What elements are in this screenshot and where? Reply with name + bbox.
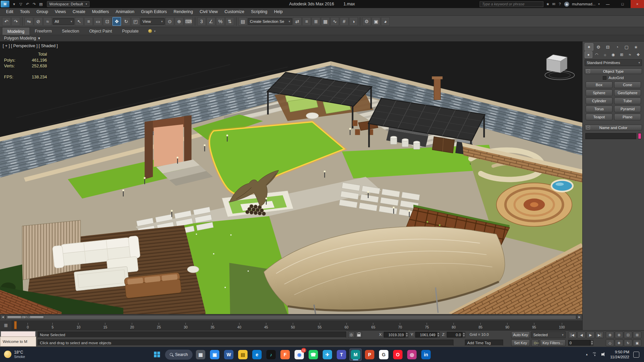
field-of-view-icon[interactable]: ◇ (606, 340, 614, 346)
taskbar-app-firefox[interactable]: F (279, 349, 291, 361)
track-bar[interactable]: ▦ 05101520253035404550556065707580859095… (0, 320, 582, 330)
select-and-rotate-icon[interactable]: ↻ (122, 17, 130, 26)
object-type-button[interactable]: Cone (614, 81, 641, 88)
menu-item[interactable]: Edit (3, 8, 17, 15)
timeline-tick[interactable]: 60 (344, 323, 348, 329)
motion-tab-icon[interactable]: ◔ (613, 43, 622, 51)
isolate-selection-icon[interactable]: ◎ (348, 331, 355, 338)
time-slider-handle[interactable]: 0 / 100 (7, 316, 44, 319)
x-coordinate-field[interactable] (384, 332, 405, 338)
ribbon-tab[interactable]: Modeling (2, 27, 30, 35)
chevron-down-icon[interactable]: ▾ (598, 2, 600, 6)
object-name-input[interactable] (585, 133, 636, 139)
curve-editor-icon[interactable]: ∿ (330, 17, 339, 26)
orbit-icon[interactable]: ↻ (624, 340, 632, 346)
taskbar-app-powerpoint[interactable]: P (364, 349, 376, 361)
menu-item[interactable]: Group (33, 8, 52, 15)
maximize-button[interactable]: □ (616, 0, 629, 8)
timeline-tick[interactable]: 35 (211, 323, 215, 329)
snap-toggle-3d-icon[interactable]: 3 (197, 17, 206, 26)
timeline-tick[interactable]: 25 (157, 323, 161, 329)
zoom-extents-icon[interactable]: ⊡ (624, 331, 632, 338)
timeline-tick[interactable]: 5 (52, 323, 54, 329)
taskbar-app-file-explorer[interactable]: ▤ (237, 349, 249, 361)
taskbar-app-chrome[interactable]: ◉ 11 (293, 349, 305, 361)
set-key-button[interactable]: Set Key (511, 340, 530, 346)
modify-tab-icon[interactable]: ⚙ (594, 43, 603, 51)
menu-item[interactable]: Graph Editors (138, 8, 170, 15)
menu-item[interactable]: Create (69, 8, 89, 15)
volume-icon[interactable] (601, 352, 606, 357)
object-type-button[interactable]: Sphere (586, 89, 612, 96)
current-frame-marker[interactable] (14, 321, 17, 329)
menu-item[interactable]: Scripting (248, 8, 271, 15)
taskbar-app-task-view[interactable]: ▦ (195, 349, 207, 361)
key-selection-dropdown[interactable]: Selected ▾ (531, 331, 566, 338)
align-icon[interactable]: ≡ (302, 17, 311, 26)
taskbar-search[interactable]: Search (165, 350, 193, 360)
polygon-modeling-panel[interactable]: Polygon Modeling (4, 36, 36, 41)
x-spinner[interactable] (405, 332, 408, 338)
rectangular-selection-region-icon[interactable]: ▭ (94, 17, 102, 26)
zoom-icon[interactable]: ⊕ (606, 331, 614, 338)
primitive-category-dropdown[interactable]: Standard Primitives ▾ (585, 59, 642, 66)
render-production-icon[interactable]: ◕ (381, 17, 390, 26)
geometry-category-icon[interactable]: ● (585, 51, 592, 58)
user-avatar-icon[interactable]: ☻ (564, 2, 569, 7)
next-frame-arrow[interactable]: ▶ (577, 315, 582, 319)
mirror-icon[interactable]: ⇄ (293, 17, 302, 26)
auto-key-button[interactable]: Auto Key (511, 331, 530, 338)
select-object-icon[interactable]: ↖ (75, 17, 84, 26)
schematic-view-icon[interactable]: # (340, 17, 348, 26)
go-to-end-button[interactable]: ▶| (595, 331, 604, 338)
save-file-icon[interactable]: ▽ (17, 1, 24, 7)
select-and-move-button[interactable]: ✥ (112, 17, 121, 26)
bind-to-space-warp-icon[interactable]: ≈ (43, 17, 52, 26)
object-color-swatch[interactable] (638, 133, 641, 139)
perspective-viewport[interactable]: [ + ] [ Perspective ] [ Shaded ] Total P… (0, 42, 582, 314)
menu-item[interactable]: Help (271, 8, 286, 15)
lights-category-icon[interactable]: ☼ (601, 51, 609, 58)
timeline-tick[interactable]: 100 (559, 323, 565, 329)
window-crossing-icon[interactable]: ⊡ (103, 17, 112, 26)
menu-item[interactable]: Animation (112, 8, 138, 15)
taskbar-app-3ds-max[interactable]: M (350, 349, 362, 361)
percent-snap-icon[interactable]: % (216, 17, 225, 26)
previous-frame-button[interactable]: ◀ (577, 331, 586, 338)
timeline-tick[interactable]: 10 (76, 323, 80, 329)
angle-snap-icon[interactable]: ∠ (207, 17, 215, 26)
keyword-search-input[interactable] (480, 1, 543, 7)
object-type-button[interactable]: Cylinder (586, 98, 612, 104)
signed-in-username[interactable]: muhammad... (572, 2, 595, 6)
taskbar-app-word[interactable]: W (223, 349, 235, 361)
selection-lock-icon[interactable] (356, 331, 362, 338)
timeline-tick[interactable]: 75 (425, 323, 429, 329)
timeline-tick[interactable]: 0 (27, 323, 29, 329)
timeline-tick[interactable]: 65 (371, 323, 375, 329)
timeline-tick[interactable]: 50 (291, 323, 295, 329)
select-and-link-icon[interactable]: ⇋ (24, 17, 33, 26)
zoom-region-icon[interactable]: ⊞ (633, 331, 641, 338)
material-editor-icon[interactable]: ◑ (349, 17, 358, 26)
rendered-frame-window-icon[interactable]: ▣ (372, 17, 380, 26)
display-tab-icon[interactable]: ▢ (622, 43, 631, 51)
timeline-tick[interactable]: 40 (237, 323, 241, 329)
viewport-3d-scene[interactable] (0, 42, 582, 314)
set-keys-icon[interactable] (531, 340, 539, 346)
taskbar-app-instagram[interactable]: ◎ (406, 349, 418, 361)
named-selection-sets-dropdown[interactable]: Create Selection Se▾ (248, 18, 292, 25)
menu-item[interactable]: Tools (17, 8, 33, 15)
timeline-tick[interactable]: 45 (264, 323, 268, 329)
object-type-button[interactable]: Pyramid (614, 106, 641, 112)
timeline-tick[interactable]: 85 (479, 323, 483, 329)
unlink-selection-icon[interactable]: ⊘ (34, 17, 43, 26)
taskbar-app-telegram[interactable]: ✈ (321, 349, 333, 361)
spinner-snap-icon[interactable]: ⇅ (225, 17, 234, 26)
timeline-tick[interactable]: 90 (505, 323, 509, 329)
object-type-button[interactable]: Teapot (586, 114, 612, 120)
menu-item[interactable]: Rendering (170, 8, 197, 15)
ribbon-tab[interactable]: Object Paint (84, 27, 117, 35)
workspace-dropdown[interactable]: Workspace: Default ▾ (47, 1, 90, 7)
use-pivot-center-icon[interactable]: ⊙ (165, 17, 174, 26)
key-filters-button[interactable]: Key Filters... (540, 340, 566, 346)
